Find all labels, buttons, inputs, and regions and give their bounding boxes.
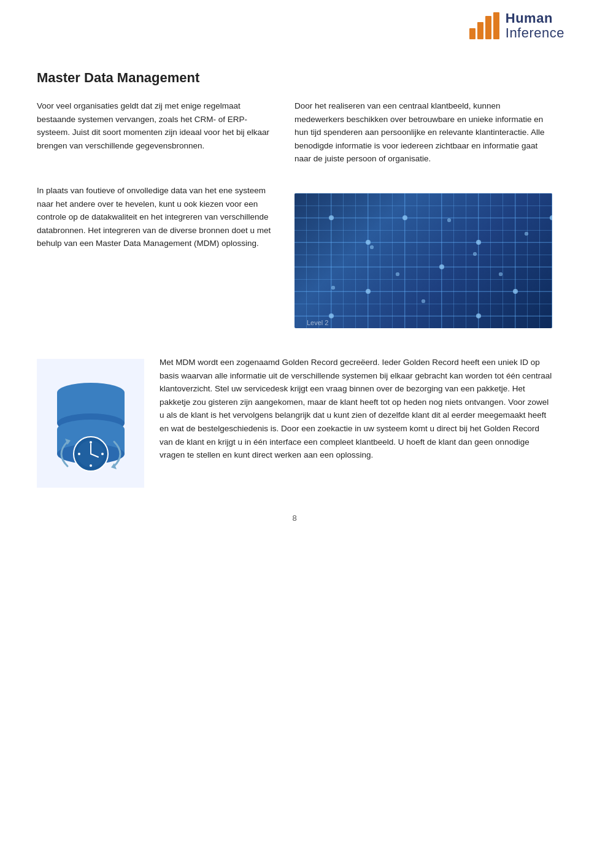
circuit-image: Level 2 <box>294 193 552 328</box>
col-left: Voor veel organisaties geldt dat zij met… <box>37 99 276 166</box>
logo-bar-3 <box>485 16 491 39</box>
golden-record-section: Met MDM wordt een zogenaamd Golden Recor… <box>37 356 552 488</box>
logo-bar-2 <box>477 22 483 39</box>
intro-para1: Voor veel organisaties geldt dat zij met… <box>37 99 276 152</box>
para2: In plaats van foutieve of onvolledige da… <box>37 184 276 250</box>
database-image-container <box>37 359 144 488</box>
svg-point-34 <box>90 441 92 444</box>
svg-point-35 <box>90 464 92 467</box>
svg-point-21 <box>476 313 481 318</box>
logo-container: Human Inference <box>469 11 564 40</box>
page-title: Master Data Management <box>37 67 552 88</box>
logo-text: Human Inference <box>506 11 564 40</box>
database-svg <box>37 359 144 488</box>
left-text-block: In plaats van foutieve of onvolledige da… <box>37 184 276 337</box>
svg-point-19 <box>329 313 334 318</box>
svg-point-13 <box>366 240 371 245</box>
header: Human Inference <box>0 0 589 55</box>
svg-point-18 <box>366 289 371 294</box>
logo-bar-4 <box>493 12 499 39</box>
intro-para3: Door het realiseren van een centraal kla… <box>294 99 552 166</box>
svg-point-37 <box>101 453 104 455</box>
logo-inference: Inference <box>506 26 564 40</box>
logo-human: Human <box>506 11 564 26</box>
svg-point-16 <box>476 240 481 245</box>
svg-point-17 <box>513 289 518 294</box>
col-right: Door het realiseren van een centraal kla… <box>294 99 552 166</box>
svg-point-20 <box>550 215 552 220</box>
content: Master Data Management Voor veel organis… <box>0 55 589 574</box>
svg-point-36 <box>78 453 80 455</box>
right-block: Level 2 <box>294 184 552 337</box>
page-container: Human Inference Master Data Management V… <box>0 0 589 868</box>
circuit-svg: Level 2 <box>294 193 552 328</box>
logo-bar-1 <box>469 28 475 39</box>
intro-section: Voor veel organisaties geldt dat zij met… <box>37 99 552 166</box>
logo-icon <box>469 12 499 39</box>
svg-point-14 <box>402 215 407 220</box>
svg-text:Level 2: Level 2 <box>307 319 328 326</box>
svg-point-12 <box>329 215 334 220</box>
page-number: 8 <box>37 512 552 537</box>
middle-section: In plaats van foutieve of onvolledige da… <box>37 184 552 337</box>
svg-point-15 <box>439 264 444 269</box>
